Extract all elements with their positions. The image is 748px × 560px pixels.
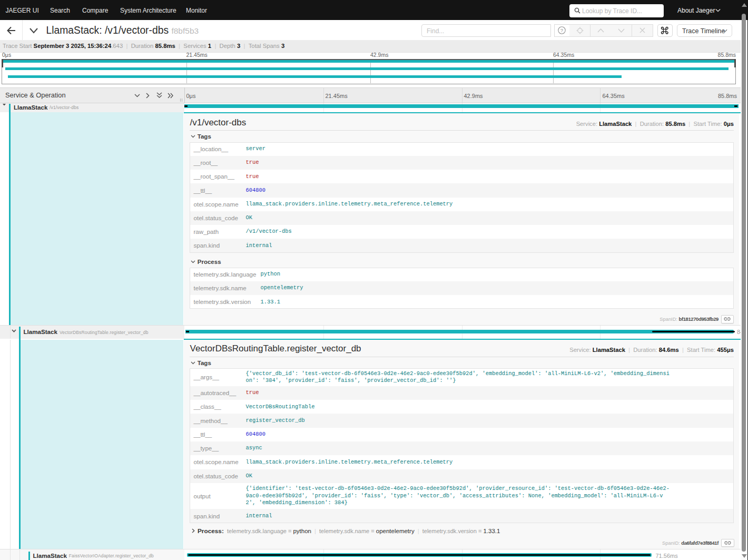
svg-text:?: ? bbox=[560, 27, 563, 33]
